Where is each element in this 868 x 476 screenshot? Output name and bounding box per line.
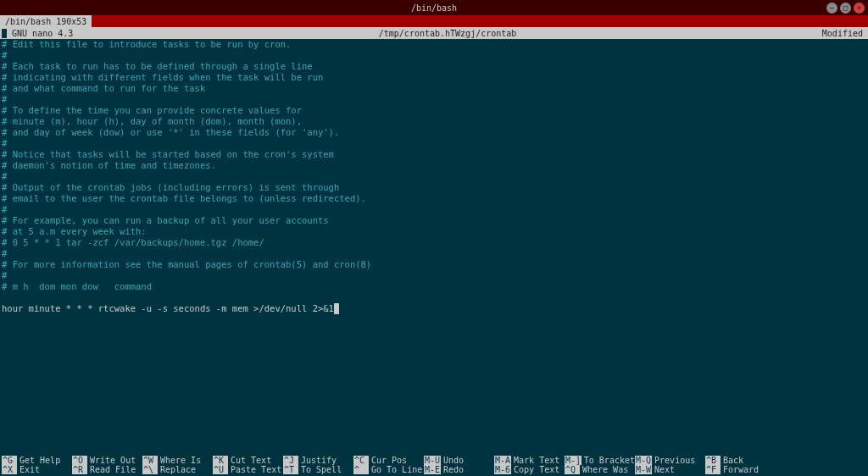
editor-line: # daemon's notion of time and timezones. (2, 160, 866, 171)
shortcut-key: M-6 (494, 465, 511, 474)
shortcut-item: ^CCur Pos (353, 456, 424, 465)
shortcut-item: ^FForward (705, 465, 776, 474)
terminal-tab[interactable]: /bin/bash 190x53 (0, 15, 92, 27)
editor-line: # at 5 a.m every week with: (2, 226, 866, 237)
shortcut-item: M-AMark Text (494, 456, 565, 465)
shortcut-item: ^TTo Spell (283, 465, 353, 474)
shortcut-label: Next (654, 465, 675, 474)
shortcut-label: Where Was (582, 465, 628, 474)
editor-line: # (2, 204, 866, 215)
shortcut-item: ^XExit (2, 465, 72, 474)
shortcut-label: Replace (160, 465, 196, 474)
editor-line: # m h dom mon dow command (2, 281, 866, 292)
nano-status: Modified (822, 29, 866, 38)
shortcut-key: M-A (494, 456, 511, 465)
shortcut-item: ^QWhere Was (565, 465, 635, 474)
shortcut-label: Forward (723, 465, 759, 474)
editor-line: # (2, 270, 866, 281)
editor-line: # indicating with different fields when … (2, 72, 866, 83)
shortcut-key: ^F (705, 465, 721, 474)
shortcut-key: M-E (424, 465, 441, 474)
nano-header: GNU nano 4.3 /tmp/crontab.hTWzgj/crontab… (0, 27, 868, 39)
shortcut-item: M-ERedo (424, 465, 494, 474)
shortcut-label: Copy Text (514, 465, 559, 474)
shortcut-key: ^G (2, 456, 17, 465)
shortcut-key: ^K (213, 456, 228, 465)
shortcut-key: ^O (72, 456, 87, 465)
shortcut-item: ^RRead File (72, 465, 142, 474)
shortcut-item: ^OWrite Out (72, 456, 142, 465)
shortcut-label: Previous (654, 456, 695, 465)
shortcut-label: Where Is (160, 456, 201, 465)
shortcut-item: ^UPaste Text (213, 465, 283, 474)
editor-line (2, 292, 866, 303)
shortcut-label: To Bracket (584, 456, 635, 465)
nano-filepath: /tmp/crontab.hTWzgj/crontab (73, 29, 822, 38)
shortcut-label: Cut Text (231, 456, 271, 465)
shortcut-label: Get Help (19, 456, 60, 465)
shortcut-key: ^\ (142, 465, 158, 474)
editor-line: # and what command to run for the task (2, 83, 866, 94)
editor-line: # (2, 171, 866, 182)
shortcut-item: ^JJustify (283, 456, 353, 465)
shortcut-label: Redo (443, 465, 464, 474)
maximize-icon[interactable]: □ (840, 3, 851, 14)
shortcut-key: ^C (353, 456, 369, 465)
window-title: /bin/bash (411, 3, 457, 13)
shortcut-item: ^\Replace (142, 465, 213, 474)
shortcut-label: Undo (443, 456, 464, 465)
editor-line: # For more information see the manual pa… (2, 259, 866, 270)
shortcut-key: ^R (72, 465, 87, 474)
shortcut-label: Write Out (90, 456, 136, 465)
editor-line: # Edit this file to introduce tasks to b… (2, 39, 866, 50)
shortcut-item: ^BBack (705, 456, 776, 465)
editor-line: # Each task to run has to be defined thr… (2, 61, 866, 72)
editor-line: # minute (m), hour (h), day of month (do… (2, 116, 866, 127)
window-titlebar: /bin/bash − □ × (0, 0, 868, 15)
shortcut-item: M-WNext (635, 465, 705, 474)
minimize-icon[interactable]: − (826, 3, 837, 14)
editor-line: # (2, 138, 866, 149)
editor-line: hour minute * * * rtcwake -u -s seconds … (2, 303, 866, 314)
shortcut-key: M-W (635, 465, 652, 474)
editor-line: # Notice that tasks will be started base… (2, 149, 866, 160)
shortcut-key: M-] (565, 456, 581, 465)
tab-label: /bin/bash 190x53 (5, 17, 86, 26)
shortcut-item: ^GGet Help (2, 456, 72, 465)
shortcut-item: M-UUndo (424, 456, 494, 465)
editor-line: # To define the time you can provide con… (2, 105, 866, 116)
shortcut-key: M-Q (635, 456, 652, 465)
shortcut-item: ^_Go To Line (353, 465, 424, 474)
shortcut-item: ^KCut Text (213, 456, 283, 465)
shortcut-item: M-]To Bracket (565, 456, 635, 465)
shortcut-label: Exit (19, 465, 40, 474)
editor-line: # (2, 50, 866, 61)
shortcut-key: ^J (283, 456, 298, 465)
editor-line: # Output of the crontab jobs (including … (2, 182, 866, 193)
shortcut-row-2: ^XExit^RRead File^\Replace^UPaste Text^T… (2, 465, 866, 474)
nano-version: GNU nano 4.3 (2, 29, 73, 38)
shortcut-item: ^WWhere Is (142, 456, 213, 465)
shortcut-key: ^B (705, 456, 721, 465)
shortcut-bar: ^GGet Help^OWrite Out^WWhere Is^KCut Tex… (0, 456, 868, 476)
shortcut-key: M-U (424, 456, 441, 465)
shortcut-key: ^X (2, 465, 17, 474)
window-buttons: − □ × (826, 3, 865, 14)
editor-line: # (2, 248, 866, 259)
shortcut-key: ^T (283, 465, 298, 474)
editor-area[interactable]: # Edit this file to introduce tasks to b… (0, 39, 868, 314)
shortcut-key: ^U (213, 465, 228, 474)
shortcut-item: M-QPrevious (635, 456, 705, 465)
shortcut-label: Justify (301, 456, 337, 465)
shortcut-item: M-6Copy Text (494, 465, 565, 474)
shortcut-row-1: ^GGet Help^OWrite Out^WWhere Is^KCut Tex… (2, 456, 866, 465)
shortcut-label: To Spell (301, 465, 342, 474)
shortcut-label: Read File (90, 465, 136, 474)
tab-strip: /bin/bash 190x53 (0, 15, 868, 27)
shortcut-label: Mark Text (514, 456, 559, 465)
cursor (334, 303, 339, 314)
editor-line: # and day of week (dow) or use '*' in th… (2, 127, 866, 138)
editor-line: # email to the user the crontab file bel… (2, 193, 866, 204)
close-icon[interactable]: × (854, 3, 865, 14)
editor-line: # For example, you can run a backup of a… (2, 215, 866, 226)
